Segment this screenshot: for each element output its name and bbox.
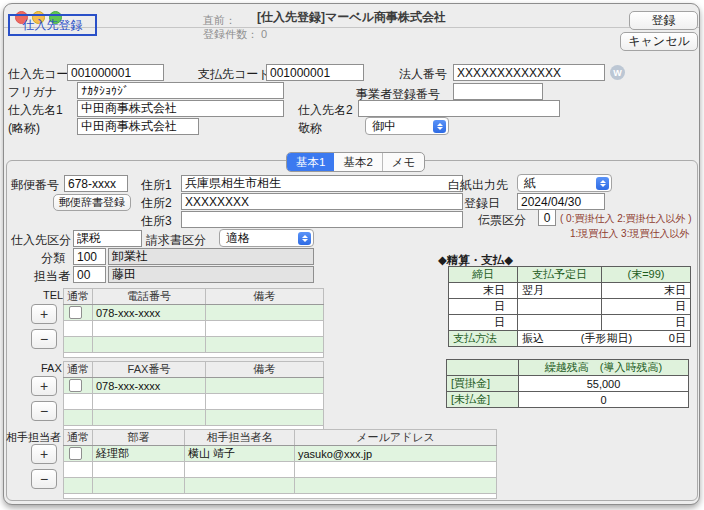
fax-header-number: FAX番号 [93, 362, 206, 378]
bill-due-days[interactable]: 0日 [669, 331, 686, 346]
closing-day-1[interactable]: 末日 [449, 283, 518, 299]
contacts-row1-mail[interactable]: yasuko@xxx.jp [295, 446, 497, 462]
tab-basic2[interactable]: 基本2 [334, 153, 382, 171]
contacts-row2-dept[interactable] [93, 462, 185, 478]
address2-input[interactable] [181, 193, 463, 210]
tel-header-normal: 通常 [64, 289, 93, 305]
reg-date-input[interactable] [517, 193, 605, 210]
supplier-name2-input[interactable] [358, 100, 560, 117]
fax-row1-note[interactable] [206, 378, 324, 394]
contacts-row3-normal-cell[interactable] [64, 478, 93, 494]
closing-day-3[interactable]: 日 [449, 315, 518, 331]
popup-stepper-icon [433, 120, 446, 133]
slip-type-input[interactable] [538, 209, 556, 226]
contacts-row1-name[interactable]: 横山 靖子 [185, 446, 295, 462]
tel-row1-number[interactable]: 078-xxx-xxxx [93, 305, 206, 321]
tel-row2-number[interactable] [93, 321, 206, 337]
fax-row2-number[interactable] [93, 394, 206, 410]
furigana-input[interactable] [77, 82, 284, 99]
previous-label: 直前： [203, 13, 236, 28]
mode-badge-supplier-registration[interactable]: 仕入先登録 [8, 14, 97, 36]
blank-output-select[interactable]: 紙 [517, 174, 612, 192]
tel-row1-note[interactable] [206, 305, 324, 321]
address1-input[interactable] [181, 175, 463, 192]
accounts-payable-value[interactable]: 55,000 [519, 376, 689, 392]
due-day-1[interactable]: 末日 [602, 283, 691, 299]
fax-row2-normal-cell[interactable] [64, 394, 93, 410]
contacts-header-name: 相手担当者名 [185, 430, 295, 446]
contacts-row1-dept[interactable]: 経理部 [93, 446, 185, 462]
supplier-class-input[interactable] [73, 230, 142, 247]
payment-method-value[interactable]: 振込 [522, 331, 544, 346]
tel-row3-note[interactable] [206, 337, 324, 353]
postal-dictionary-button[interactable]: 郵便辞書登録 [53, 194, 131, 211]
title-bar: [仕入先登録]マーベル商事株式会社 [4, 4, 699, 28]
tel-row2-note[interactable] [206, 321, 324, 337]
due-month-2[interactable] [518, 299, 602, 315]
unpaid-value[interactable]: 0 [519, 392, 689, 408]
web-lookup-icon[interactable]: W [610, 65, 625, 80]
due-month-3[interactable] [518, 315, 602, 331]
tel-row3-number[interactable] [93, 337, 206, 353]
payee-code-input[interactable] [266, 64, 364, 81]
fax-add-button[interactable]: + [31, 376, 57, 396]
category-code-input[interactable] [73, 248, 106, 265]
tel-row3-normal-cell[interactable] [64, 337, 93, 353]
tel-add-button[interactable]: + [31, 304, 57, 324]
contacts-add-button[interactable]: + [31, 444, 57, 464]
tel-row1-normal-cell[interactable] [64, 305, 93, 321]
category-label: 分類 [41, 250, 65, 267]
fax-row3-normal-cell[interactable] [64, 410, 93, 426]
closing-day-2[interactable]: 日 [449, 299, 518, 315]
balance-header: 繰越残高 (導入時残高) [519, 360, 689, 376]
supplier-class-label: 仕入先区分 [11, 232, 71, 249]
business-reg-number-input[interactable] [453, 83, 543, 100]
unpaid-label: [未払金] [447, 392, 519, 408]
register-button[interactable]: 登録 [629, 11, 698, 30]
payment-method-cell[interactable]: 振込 (手形期日) 0日 [518, 331, 691, 347]
fax-row1-normal-cell[interactable] [64, 378, 93, 394]
contacts-row3-name[interactable] [185, 478, 295, 494]
fax-remove-button[interactable]: − [31, 401, 57, 421]
corporate-number-input[interactable] [453, 64, 605, 81]
contacts-row3-mail[interactable] [295, 478, 497, 494]
fax-row3-note[interactable] [206, 410, 324, 426]
address2-label: 住所2 [141, 195, 172, 212]
honorific-select[interactable]: 御中 [365, 117, 449, 135]
due-day-3[interactable]: 日 [602, 315, 691, 331]
short-name-input[interactable] [77, 118, 199, 135]
contacts-row2-normal-cell[interactable] [64, 462, 93, 478]
fax-row3-number[interactable] [93, 410, 206, 426]
staff-code-input[interactable] [73, 266, 106, 283]
due-month-1[interactable]: 翌月 [518, 283, 602, 299]
contacts-row1-normal-cell[interactable] [64, 446, 93, 462]
tel-row2-normal-cell[interactable] [64, 321, 93, 337]
popup-stepper-icon [298, 232, 311, 245]
contacts-row2-name[interactable] [185, 462, 295, 478]
contacts-checkbox[interactable] [69, 447, 82, 460]
contacts-row2-mail[interactable] [295, 462, 497, 478]
supplier-code-input[interactable] [67, 64, 164, 81]
contacts-table: 通常 部署 相手担当者名 メールアドレス 経理部 横山 靖子 yasuko@xx… [63, 429, 497, 499]
tab-basic1[interactable]: 基本1 [287, 153, 334, 171]
tel-table: 通常 電話番号 備考 078-xxx-xxxx [63, 288, 324, 358]
postal-code-input[interactable] [64, 175, 128, 192]
screen: [仕入先登録]マーベル商事株式会社 仕入先登録 直前： 登録件数： 0 登録 キ… [0, 0, 704, 510]
tab-memo[interactable]: メモ [383, 153, 425, 171]
postal-code-label: 郵便番号 [11, 177, 59, 194]
supplier-name1-input[interactable] [77, 100, 284, 117]
due-day-2[interactable]: 日 [602, 299, 691, 315]
cancel-button[interactable]: キャンセル [620, 32, 698, 51]
invoice-class-select[interactable]: 適格 [219, 229, 314, 247]
contacts-row3-dept[interactable] [93, 478, 185, 494]
contacts-remove-button[interactable]: − [31, 469, 57, 489]
address3-input[interactable] [181, 211, 463, 228]
fax-checkbox[interactable] [69, 379, 82, 392]
fax-table: 通常 FAX番号 備考 078-xxx-xxxx [63, 361, 324, 431]
tel-header-number: 電話番号 [93, 289, 206, 305]
short-name-label: (略称) [8, 120, 40, 137]
tel-checkbox[interactable] [69, 306, 82, 319]
fax-row1-number[interactable]: 078-xxx-xxxx [93, 378, 206, 394]
tel-remove-button[interactable]: − [31, 329, 57, 349]
fax-row2-note[interactable] [206, 394, 324, 410]
